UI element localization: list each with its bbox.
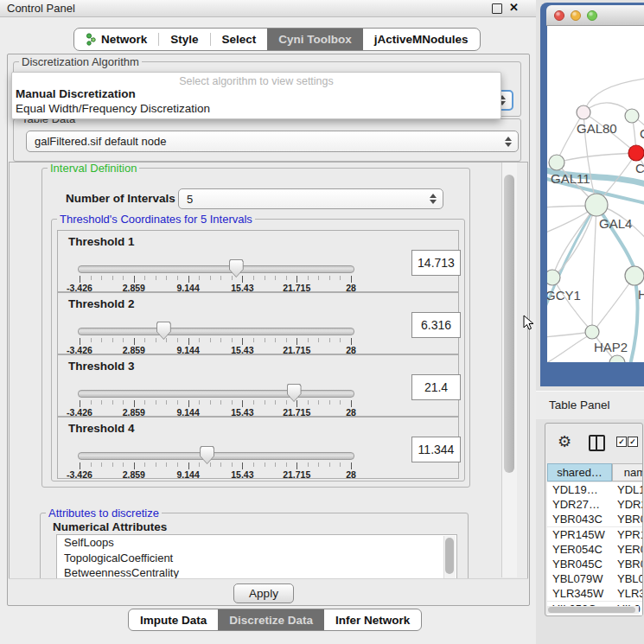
float-icon[interactable] (492, 3, 502, 14)
table-cell[interactable]: YLR345W (547, 586, 612, 601)
checkbox-icon[interactable]: ✓ (616, 437, 627, 447)
attributes-listbox[interactable]: SelfLoopsTopologicalCoefficientBetweenne… (56, 534, 457, 580)
node-label: HAP2 (594, 340, 628, 354)
table-row[interactable]: YDL19…YDL1 (547, 482, 643, 497)
node-label: G (640, 126, 644, 141)
scrollbar-thumb[interactable] (548, 607, 635, 613)
close-traffic-light[interactable] (554, 10, 564, 21)
network-edge[interactable] (592, 205, 596, 332)
network-node-h[interactable] (625, 266, 644, 285)
slider-tick (156, 338, 156, 342)
table-cell[interactable]: YDL19… (547, 482, 612, 497)
zoom-traffic-light[interactable] (587, 10, 597, 21)
tab-infer-network[interactable]: Infer Network (324, 609, 421, 630)
columns-icon[interactable] (589, 435, 605, 451)
table-cell[interactable]: YER054C (547, 542, 612, 557)
tab-jactivemnodules[interactable]: jActiveMNodules (363, 29, 480, 50)
attributes-scrollbar[interactable] (443, 536, 456, 580)
slider-tick (80, 338, 80, 345)
table-cell[interactable]: YDR27… (547, 497, 612, 512)
slider-track[interactable] (78, 390, 354, 398)
network-window-titlebar[interactable] (546, 5, 644, 26)
gear-icon[interactable]: ⚙ (558, 432, 571, 451)
panel-vertical-scrollbar[interactable] (501, 163, 517, 577)
checkbox-icon[interactable]: ✓ (628, 437, 638, 447)
slider-handle[interactable] (229, 259, 244, 277)
network-edge[interactable] (547, 334, 592, 362)
network-node-c[interactable] (628, 145, 644, 161)
slider-tick (220, 462, 221, 467)
slider-handle[interactable] (287, 384, 302, 402)
dropdown-option[interactable]: Manual Discretization (15, 87, 489, 101)
dropdown-option[interactable]: Equal Width/Frequency Discretization (15, 102, 489, 116)
scrollbar-thumb[interactable] (504, 175, 514, 473)
table-cell[interactable]: YBR043C (547, 512, 612, 526)
tab-impute-data[interactable]: Impute Data (129, 609, 218, 630)
network-node-g[interactable] (625, 109, 639, 123)
table-row[interactable]: YER054CYER0 (547, 542, 643, 557)
slider-tick (286, 400, 287, 405)
slider-handle[interactable] (156, 322, 171, 340)
attribute-item[interactable]: TopologicalCoefficient (57, 551, 456, 566)
num-intervals-combobox[interactable]: 5 (178, 188, 443, 209)
column-header[interactable]: shared… (547, 463, 612, 481)
tab-network[interactable]: Network (74, 29, 158, 50)
slider-tick (265, 338, 265, 342)
table-data-combobox[interactable]: galFiltered.sif default node (26, 131, 519, 152)
network-node-gcy1[interactable] (547, 270, 560, 285)
slider-tick (318, 462, 319, 467)
threshold-value-field[interactable]: 11.344 (411, 437, 461, 462)
table-row[interactable]: YBR045CYBR0 (547, 557, 643, 571)
table-cell[interactable]: YBR045C (547, 557, 612, 571)
combo-arrows-icon (505, 137, 512, 147)
table-cell[interactable]: YBR0 (612, 512, 643, 526)
table-cell[interactable]: YBL079W (547, 571, 612, 586)
table-row[interactable]: YDR27…YDR2 (547, 497, 643, 512)
table-cell[interactable]: YPR145W (547, 527, 612, 542)
tab-discretize-data[interactable]: Discretize Data (218, 609, 324, 630)
network-node-gal4[interactable] (585, 194, 608, 216)
network-node-hap2[interactable] (585, 325, 599, 339)
network-canvas[interactable]: GAL80GCGAL11GAL4GCY1HHAP2 (547, 26, 644, 362)
column-header[interactable]: name (612, 463, 643, 481)
minimize-traffic-light[interactable] (571, 10, 581, 21)
slider-track[interactable] (78, 265, 354, 273)
network-edge[interactable] (552, 277, 592, 332)
tab-style[interactable]: Style (159, 29, 209, 50)
combo-arrows-icon (430, 194, 437, 204)
node-label: GAL11 (551, 171, 590, 186)
network-edge[interactable] (557, 153, 636, 163)
slider-track[interactable] (78, 452, 354, 460)
table-cell[interactable]: YDR2 (612, 497, 643, 512)
table-row[interactable]: YLR345WYLR3 (547, 586, 643, 601)
table-row[interactable]: YBL079WYBL0 (547, 571, 643, 586)
table-cell[interactable]: YER0 (612, 542, 643, 557)
apply-button[interactable]: Apply (233, 583, 294, 603)
table-cell[interactable]: YPR1 (612, 527, 643, 542)
attribute-item[interactable]: SelfLoops (57, 535, 456, 551)
table-cell[interactable]: YDL1 (612, 482, 643, 497)
threshold-value-field[interactable]: 21.4 (411, 374, 461, 400)
slider-track[interactable] (78, 328, 354, 335)
tab-cyni-toolbox[interactable]: Cyni Toolbox (267, 29, 363, 50)
network-node-gal11[interactable] (549, 155, 564, 170)
slider-tick (242, 462, 243, 469)
slider-handle[interactable] (200, 446, 214, 464)
table-horizontal-scrollbar[interactable] (547, 606, 639, 614)
scrollbar-thumb[interactable] (445, 538, 454, 574)
threshold-value-field[interactable]: 14.713 (411, 250, 461, 276)
table-row[interactable]: YBR043CYBR0 (547, 512, 643, 526)
slider-tick (296, 276, 297, 283)
table-row[interactable]: YPR145WYPR1 (547, 527, 643, 542)
tab-select[interactable]: Select (211, 29, 268, 50)
network-edge-highlighted[interactable] (630, 276, 638, 362)
slider-tick (232, 276, 233, 280)
network-view-window: GAL80GCGAL11GAL4GCY1HHAP2 (540, 3, 644, 386)
table-cell[interactable]: YLR3 (612, 586, 643, 601)
close-icon[interactable]: ✕ (509, 1, 519, 14)
network-edge[interactable] (557, 112, 583, 163)
threshold-value-field[interactable]: 6.316 (411, 312, 461, 338)
network-node-gal80[interactable] (577, 105, 590, 119)
table-cell[interactable]: YBR0 (612, 557, 643, 571)
table-cell[interactable]: YBL0 (612, 571, 643, 586)
